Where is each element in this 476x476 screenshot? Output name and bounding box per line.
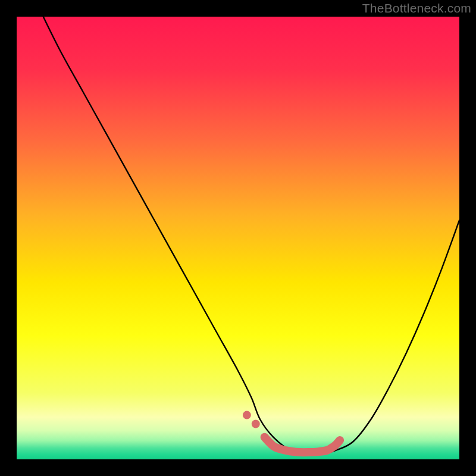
chart-area bbox=[17, 17, 459, 459]
highlight-dot-1 bbox=[243, 411, 251, 419]
curve-layer bbox=[17, 17, 459, 459]
bottleneck-curve bbox=[43, 17, 459, 453]
highlight-dot-2 bbox=[252, 419, 260, 428]
watermark-text: TheBottleneck.com bbox=[362, 1, 471, 15]
